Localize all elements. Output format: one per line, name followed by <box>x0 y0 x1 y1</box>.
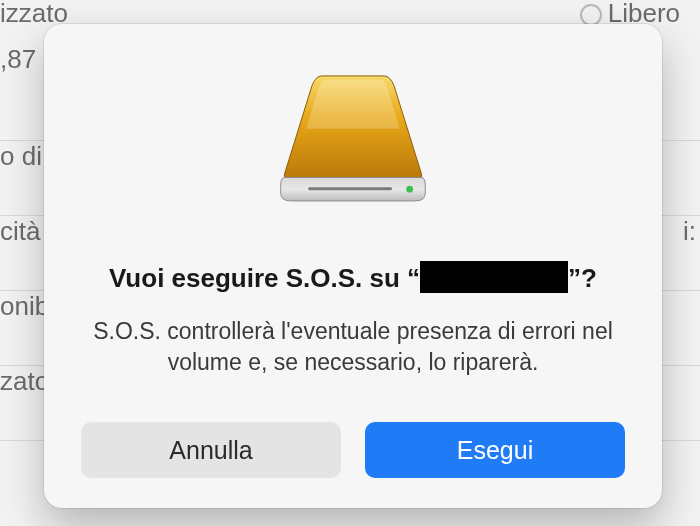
bg-row: o di <box>0 141 42 171</box>
bg-row-right: i: <box>683 216 696 247</box>
title-suffix: ”? <box>568 263 597 293</box>
svg-point-1 <box>406 186 413 193</box>
svg-rect-0 <box>308 187 392 190</box>
dialog-description: S.O.S. controllerà l'eventuale presenza … <box>80 316 626 378</box>
dialog-buttons: Annulla Esegui <box>80 422 626 478</box>
bg-value: ,87 <box>0 44 36 75</box>
redacted-volume-name <box>420 261 568 293</box>
bg-row: cità <box>0 216 40 246</box>
cancel-button[interactable]: Annulla <box>81 422 341 478</box>
sos-dialog: Vuoi eseguire S.O.S. su “”? S.O.S. contr… <box>44 24 662 508</box>
external-drive-icon <box>277 72 429 207</box>
title-prefix: Vuoi eseguire S.O.S. su “ <box>109 263 420 293</box>
bg-row: onib <box>0 291 49 321</box>
bg-row: zato <box>0 366 49 396</box>
dialog-title: Vuoi eseguire S.O.S. su “”? <box>109 263 597 296</box>
radio-icon <box>580 4 602 26</box>
run-button[interactable]: Esegui <box>365 422 625 478</box>
